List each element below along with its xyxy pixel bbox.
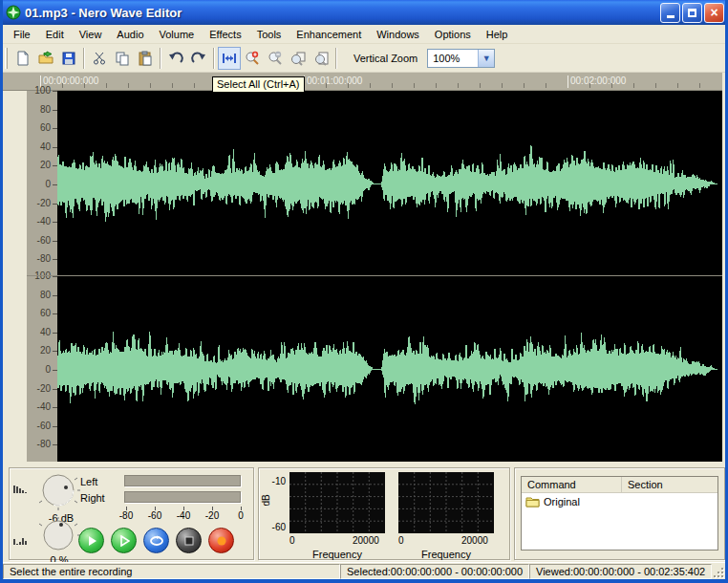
column-header-command[interactable]: Command bbox=[522, 477, 622, 492]
toolbar-separator bbox=[213, 48, 215, 69]
menu-item-audio[interactable]: Audio bbox=[109, 27, 151, 42]
left-level-meter bbox=[124, 475, 241, 486]
balance-bars-icon bbox=[13, 535, 29, 547]
select-all-icon bbox=[221, 51, 238, 66]
resize-grip[interactable] bbox=[712, 564, 725, 579]
spectrum-display-left bbox=[289, 472, 385, 533]
menu-item-help[interactable]: Help bbox=[479, 27, 516, 42]
paste-button[interactable] bbox=[134, 47, 157, 70]
history-row-label: Original bbox=[544, 496, 580, 507]
undo-icon bbox=[168, 51, 183, 66]
zoom-selection-button[interactable] bbox=[287, 47, 310, 70]
spectrum-ytick-bottom: -60 bbox=[267, 522, 286, 532]
minimize-button[interactable] bbox=[660, 3, 680, 23]
waveform-right-channel[interactable] bbox=[57, 276, 722, 462]
history-panel: Command Section Original bbox=[514, 467, 725, 560]
zoom-in-button[interactable] bbox=[241, 47, 264, 70]
column-header-section[interactable]: Section bbox=[622, 477, 717, 492]
cut-button[interactable] bbox=[88, 47, 111, 70]
left-channel-label: Left bbox=[80, 476, 97, 487]
zoom-all-icon bbox=[313, 51, 329, 66]
cut-icon bbox=[92, 51, 107, 66]
app-icon bbox=[6, 5, 21, 20]
right-channel-label: Right bbox=[80, 492, 105, 504]
waveform-area: 100806040200-20-40-60-80100806040200-20-… bbox=[3, 91, 725, 462]
menu-item-view[interactable]: View bbox=[72, 27, 110, 42]
volume-bars-icon bbox=[13, 484, 29, 495]
app-window: 01.mp3 - Nero Wave Editor × FileEditView… bbox=[0, 0, 728, 583]
toolbar-separator bbox=[83, 48, 85, 69]
menu-item-volume[interactable]: Volume bbox=[152, 27, 203, 42]
save-button[interactable] bbox=[57, 47, 80, 70]
close-button[interactable]: × bbox=[704, 3, 724, 23]
new-button[interactable] bbox=[11, 47, 34, 70]
copy-button[interactable] bbox=[111, 47, 134, 70]
paste-icon bbox=[138, 51, 153, 66]
play-selection-button[interactable] bbox=[111, 528, 137, 553]
open-icon bbox=[38, 51, 54, 66]
channel-separator bbox=[27, 275, 722, 276]
redo-button[interactable] bbox=[187, 47, 210, 70]
redo-icon bbox=[191, 51, 206, 66]
zoom-all-button[interactable] bbox=[310, 47, 332, 70]
save-icon bbox=[61, 51, 76, 66]
transport-controls bbox=[78, 528, 234, 553]
toolbar-grip[interactable] bbox=[5, 48, 8, 69]
zoom-out-icon bbox=[268, 51, 283, 66]
menu-item-file[interactable]: File bbox=[6, 27, 38, 42]
maximize-button[interactable] bbox=[682, 3, 702, 23]
stop-button[interactable] bbox=[176, 528, 202, 553]
menu-item-enhancement[interactable]: Enhancement bbox=[289, 27, 369, 42]
menu-bar: FileEditViewAudioVolumeEffectsToolsEnhan… bbox=[3, 25, 725, 44]
undo-button[interactable] bbox=[164, 47, 187, 70]
open-button[interactable] bbox=[34, 47, 57, 70]
status-viewed-range: Viewed:00:00:00:000 - 00:02:35:402 bbox=[529, 564, 712, 579]
spectrum1-xtick-0: 0 bbox=[289, 535, 295, 546]
spectrum-y-axis-label: dB bbox=[261, 494, 271, 506]
status-hint: Select the entire recording bbox=[3, 564, 340, 579]
gain-knob[interactable] bbox=[36, 470, 80, 512]
toolbar-buttons bbox=[11, 47, 332, 70]
zoom-out-button[interactable] bbox=[264, 47, 287, 70]
spectrum-display-right bbox=[398, 472, 494, 533]
spectrum-ytick-top: -10 bbox=[267, 476, 286, 486]
spectrum1-xtick-max: 20000 bbox=[353, 535, 379, 546]
record-button[interactable] bbox=[208, 528, 234, 553]
vertical-zoom-combobox[interactable]: 100% ▼ bbox=[427, 49, 495, 68]
vertical-zoom-label: Vertical Zoom bbox=[353, 53, 418, 64]
right-level-meter bbox=[124, 491, 241, 503]
balance-knob[interactable] bbox=[36, 516, 80, 556]
db-scale-column: 100806040200-20-40-60-80100806040200-20-… bbox=[27, 91, 57, 462]
listview-header: Command Section bbox=[522, 477, 717, 493]
menu-item-windows[interactable]: Windows bbox=[369, 27, 427, 42]
play-button[interactable] bbox=[78, 528, 104, 553]
toolbar-separator bbox=[160, 48, 161, 69]
vertical-zoom-value: 100% bbox=[428, 53, 478, 64]
title-bar: 01.mp3 - Nero Wave Editor × bbox=[0, 0, 728, 25]
window-title: 01.mp3 - Nero Wave Editor bbox=[25, 6, 658, 20]
loop-playback-button[interactable] bbox=[143, 528, 169, 553]
command-listview: Command Section Original bbox=[521, 476, 718, 551]
timeline-ruler[interactable]: 00:00:00:00000:01:00:00000:02:00:000 bbox=[3, 73, 722, 91]
menu-item-options[interactable]: Options bbox=[427, 27, 479, 42]
menu-item-tools[interactable]: Tools bbox=[249, 27, 289, 42]
status-selected-range: Selected:00:00:00:000 - 00:00:00:000 bbox=[340, 564, 529, 579]
window-bottom-border bbox=[0, 579, 728, 583]
status-bar: Select the entire recording Selected:00:… bbox=[3, 562, 725, 579]
spectrum1-x-axis-label: Frequency bbox=[289, 549, 385, 560]
waveform-canvas[interactable] bbox=[57, 91, 722, 462]
waveform-left-channel[interactable] bbox=[57, 91, 722, 276]
spectrum2-xtick-max: 20000 bbox=[461, 535, 488, 546]
history-row[interactable]: Original bbox=[522, 493, 717, 509]
menu-item-effects[interactable]: Effects bbox=[202, 27, 248, 42]
copy-icon bbox=[115, 51, 130, 66]
spectrum-panel: dB -10 -60 0 20000 Frequency 0 20000 Fre… bbox=[258, 467, 510, 560]
chevron-down-icon[interactable]: ▼ bbox=[478, 50, 494, 67]
zoom-in-icon bbox=[245, 51, 260, 66]
new-icon bbox=[15, 51, 31, 66]
spectrum2-xtick-0: 0 bbox=[398, 535, 404, 546]
select-all-button[interactable] bbox=[218, 47, 241, 70]
menu-item-edit[interactable]: Edit bbox=[38, 27, 72, 42]
folder-icon bbox=[525, 496, 540, 507]
bottom-area: -6 dB Left Right -80-60-40-200 0 % bbox=[3, 462, 725, 562]
